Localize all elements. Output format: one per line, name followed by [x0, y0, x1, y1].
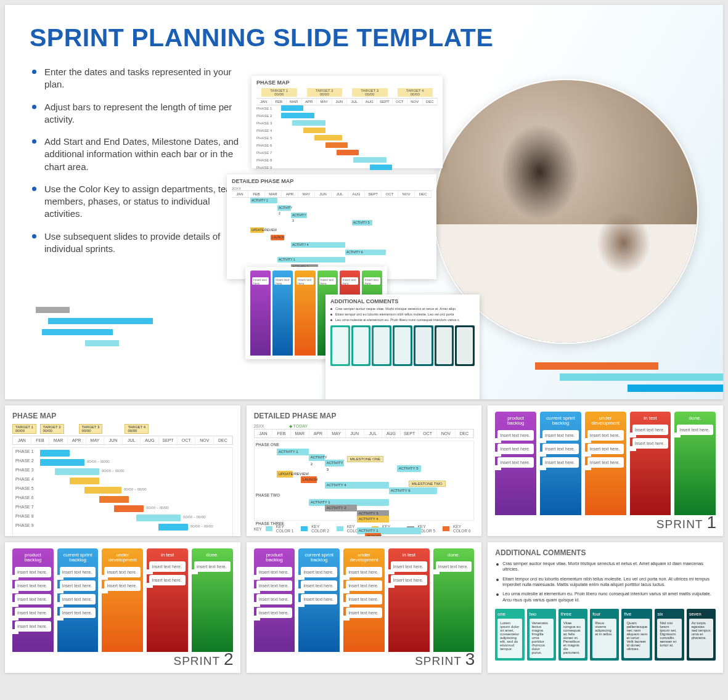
kanban-board: product backlogInsert text here.Insert t…	[12, 548, 233, 652]
accent-stripe	[628, 385, 723, 392]
kanban-card[interactable]: Insert text here.	[60, 594, 96, 604]
kanban-card[interactable]: Insert text here.	[194, 561, 231, 572]
kanban-card[interactable]: Insert text here.	[149, 575, 186, 585]
kanban-card[interactable]: Insert text here.	[301, 594, 337, 604]
gantt-area: PHASE ONEACTIVITY 1ACTIVITY 2ACTIVITY 3A…	[254, 441, 475, 521]
kanban-column: current sprint backlogInsert text here.I…	[57, 548, 99, 652]
kanban-card[interactable]: Insert text here.	[436, 561, 472, 572]
kanban-card[interactable]: Insert text here.	[104, 567, 141, 577]
kanban-card[interactable]: Insert text here.	[149, 561, 186, 572]
kanban-card[interactable]: Insert text here.	[587, 444, 624, 454]
kanban-card[interactable]: Insert text here.	[60, 567, 96, 577]
accent-stripe	[48, 318, 153, 324]
thumbnail-grid: PHASE MAP TARGET 100/00TARGET 200/00TARG…	[5, 405, 723, 673]
column-header: product backlog	[497, 414, 534, 430]
today-label: TODAY	[293, 424, 308, 428]
mini-title: ADDITIONAL COMMENTS	[330, 298, 475, 304]
summary-column: fiveQuam pellentesque nec nam aliquam se…	[621, 609, 652, 661]
column-header: in test	[632, 414, 669, 425]
column-header: under development	[346, 551, 382, 567]
thumb-detailed-phase-map[interactable]: DETAILED PHASE MAP 20XX ◆ TODAY JANFEBMA…	[247, 405, 482, 536]
kanban-column: done.Insert text here.	[433, 548, 475, 652]
month-header: JANFEBMARAPRMAYJUNJULAUGSEPTOCTNOVDEC	[12, 436, 233, 445]
kanban-card[interactable]: Insert text here.	[15, 567, 51, 577]
mini-detailed-phase-map: DETAILED PHASE MAP 20XX JANFEBMARAPRMAYJ…	[227, 174, 436, 279]
summary-column: threeVitae congue eu consequat ac felis …	[558, 609, 587, 661]
kanban-column: done.Insert text here.	[192, 548, 233, 652]
kanban-column: under developmentInsert text here.Insert…	[102, 548, 143, 652]
thumb-phase-map[interactable]: PHASE MAP TARGET 100/00TARGET 200/00TARG…	[5, 405, 240, 536]
gantt-area: PHASE 1PHASE 200/00 – 00/00PHASE 300/00 …	[12, 447, 233, 536]
kanban-card[interactable]: Insert text here.	[301, 580, 337, 591]
accent-stripe	[36, 307, 70, 313]
accent-stripe	[42, 329, 113, 335]
bullet-list: Enter the dates and tasks represented in…	[30, 66, 239, 255]
kanban-column: product backlogInsert text here.Insert t…	[12, 548, 54, 652]
bullet-item: Add Start and End Dates, Milestone Dates…	[30, 136, 239, 173]
kanban-board: product backlogInsert text here.Insert t…	[254, 548, 475, 652]
accent-stripe	[85, 340, 119, 346]
kanban-column: in testInsert text here.Insert text here…	[388, 548, 430, 652]
kanban-card[interactable]: Insert text here.	[346, 567, 382, 577]
thumb-sprint-1[interactable]: product backlogInsert text here.Insert t…	[488, 405, 723, 536]
kanban-column: current sprint backlogInsert text here.I…	[298, 548, 340, 652]
column-header: done.	[194, 551, 231, 561]
column-header: in test	[391, 551, 427, 561]
kanban-card[interactable]: Insert text here.	[15, 594, 51, 604]
seven-columns: oneLorem ipsum dolor sit amet, consectet…	[495, 609, 716, 661]
kanban-card[interactable]: Insert text here.	[632, 425, 669, 435]
kanban-card[interactable]: Insert text here.	[15, 621, 51, 632]
summary-column: twoVenenatis lectus magna fringilla urna…	[527, 609, 556, 661]
kanban-card[interactable]: Insert text here.	[256, 594, 293, 604]
thumb-sprint-3[interactable]: product backlogInsert text here.Insert t…	[247, 542, 482, 673]
kanban-card[interactable]: Insert text here.	[587, 430, 624, 441]
kanban-card[interactable]: Insert text here.	[497, 444, 534, 454]
month-header: JANFEBMARAPRMAYJUNJULAUGSEPTOCTNOVDEC	[254, 429, 475, 438]
column-header: product backlog	[15, 551, 51, 567]
summary-column: fourRisus viverra adipiscing at in tellu…	[590, 609, 619, 661]
kanban-card[interactable]: Insert text here.	[587, 457, 624, 468]
kanban-card[interactable]: Insert text here.	[542, 444, 579, 454]
column-header: done.	[677, 414, 713, 425]
bullet-item: Use subsequent slides to provide details…	[30, 230, 239, 256]
accent-stripe	[535, 362, 658, 370]
kanban-column: product backlogInsert text here.Insert t…	[254, 548, 295, 652]
kanban-card[interactable]: Insert text here.	[346, 580, 382, 591]
summary-column: sixNisl nisi lorem ipsum set. Dignissim …	[655, 609, 684, 661]
kanban-column: under developmentInsert text here.Insert…	[585, 412, 626, 515]
column-header: product backlog	[256, 551, 293, 567]
kanban-column: current sprint backlogInsert text here.I…	[540, 412, 581, 515]
bullet-item: Adjust bars to represent the length of t…	[30, 101, 239, 126]
bullet-item: Use the Color Key to assign departments,…	[30, 183, 239, 221]
column-header: under development	[587, 414, 624, 430]
sprint-number: SPRINT 2	[173, 649, 234, 669]
kanban-card[interactable]: Insert text here.	[497, 457, 534, 468]
kanban-card[interactable]: Insert text here.	[346, 594, 382, 604]
kanban-card[interactable]: Insert text here.	[256, 580, 293, 591]
kanban-card[interactable]: Insert text here.	[497, 430, 534, 441]
kanban-card[interactable]: Insert text here.	[346, 608, 382, 618]
kanban-card[interactable]: Insert text here.	[60, 580, 96, 591]
kanban-card[interactable]: Insert text here.	[391, 561, 427, 572]
kanban-card[interactable]: Insert text here.	[391, 575, 427, 585]
kanban-card[interactable]: Insert text here.	[104, 580, 141, 591]
comment-item: Leo urna molestie at elementum eu. Proin…	[495, 591, 716, 603]
kanban-card[interactable]: Insert text here.	[301, 567, 337, 577]
kanban-card[interactable]: Insert text here.	[677, 425, 713, 435]
kanban-card[interactable]: Insert text here.	[256, 567, 293, 577]
thumb-sprint-2[interactable]: product backlogInsert text here.Insert t…	[5, 542, 240, 673]
column-header: current sprint backlog	[301, 551, 337, 567]
kanban-card[interactable]: Insert text here.	[632, 438, 669, 449]
kanban-card[interactable]: Insert text here.	[15, 580, 51, 591]
kanban-card[interactable]: Insert text here.	[60, 608, 96, 618]
column-header: current sprint backlog	[542, 414, 579, 430]
kanban-card[interactable]: Insert text here.	[542, 430, 579, 441]
column-header: in test	[149, 551, 186, 561]
kanban-card[interactable]: Insert text here.	[15, 608, 51, 618]
kanban-card[interactable]: Insert text here.	[256, 608, 293, 618]
thumb-title: PHASE MAP	[12, 412, 233, 420]
thumb-comments[interactable]: ADDITIONAL COMMENTS Cras semper auctor n…	[488, 542, 723, 673]
mini-title: DETAILED PHASE MAP	[232, 178, 431, 184]
kanban-card[interactable]: Insert text here.	[542, 457, 579, 468]
kanban-column: in testInsert text here.Insert text here…	[147, 548, 188, 652]
